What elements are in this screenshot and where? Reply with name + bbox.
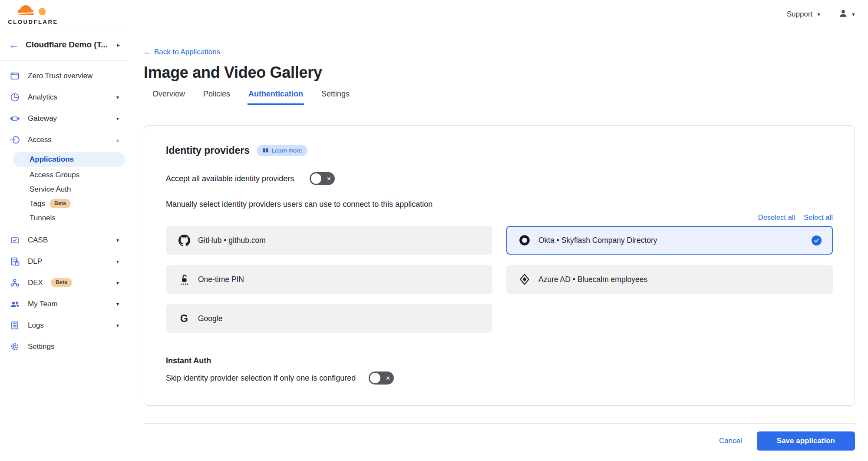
toggle-off-x-icon: ✕ <box>386 375 390 381</box>
github-icon <box>178 235 190 246</box>
sidebar-item-label: Service Auth <box>30 185 71 194</box>
access-login-icon <box>10 135 20 145</box>
tab-bar: Overview Policies Authentication Setting… <box>144 90 855 105</box>
okta-icon <box>518 235 531 246</box>
sidebar-item-label: DEX <box>28 279 43 287</box>
chevron-down-icon: ▾ <box>116 259 119 265</box>
sidebar-item-dlp[interactable]: DLP ▾ <box>0 251 127 272</box>
save-application-button[interactable]: Save application <box>757 431 855 451</box>
provider-name: Google <box>198 314 222 323</box>
provider-tile-azure-ad[interactable]: Azure AD • Bluecalm employees <box>506 265 833 294</box>
sidebar-item-access[interactable]: Access ▴ <box>0 129 127 150</box>
access-subnav: Applications Access Groups Service Auth … <box>0 150 127 229</box>
chevron-down-icon: ▾ <box>116 280 119 286</box>
tab-policies[interactable]: Policies <box>202 90 231 105</box>
sidebar-item-access-groups[interactable]: Access Groups <box>0 168 127 182</box>
provider-name: Azure AD • Bluecalm employees <box>538 275 647 284</box>
sidebar-item-service-auth[interactable]: Service Auth <box>0 182 127 196</box>
cloudflare-wordmark: CLOUDFLARE <box>8 19 58 25</box>
sidebar-item-my-team[interactable]: My Team ▾ <box>0 293 127 315</box>
cloudflare-logo[interactable]: CLOUDFLARE <box>7 4 59 25</box>
sidebar-item-label: Logs <box>28 321 44 330</box>
tab-authentication[interactable]: Authentication <box>248 90 304 105</box>
pie-chart-icon <box>10 92 20 103</box>
sidebar-item-label: DLP <box>28 257 42 266</box>
identity-providers-card: Identity providers Learn more Accept all… <box>144 125 855 406</box>
sidebar-item-label: Access Groups <box>30 171 79 179</box>
gateway-icon <box>10 113 20 124</box>
support-label: Support <box>787 10 813 19</box>
provider-tile-github[interactable]: GitHub • github.com <box>166 226 492 255</box>
instant-auth-label: Skip identity provider selection if only… <box>166 374 356 383</box>
footer-actions: Cancel Save application <box>144 424 855 451</box>
toggle-knob <box>370 373 380 383</box>
sidebar-item-label: My Team <box>28 300 58 308</box>
account-back-arrow-icon[interactable]: ← <box>9 40 19 50</box>
sidebar-item-settings[interactable]: Settings <box>0 336 127 357</box>
sidebar-item-applications[interactable]: Applications <box>13 152 125 167</box>
support-menu[interactable]: Support ▼ <box>787 10 821 19</box>
sidebar-item-logs[interactable]: Logs ▾ <box>0 315 127 336</box>
chevron-down-icon: ▼ <box>816 12 821 17</box>
azure-ad-icon <box>518 274 531 285</box>
tab-overview[interactable]: Overview <box>152 90 186 105</box>
toggle-knob <box>311 173 321 184</box>
team-people-icon <box>10 299 20 309</box>
sidebar-item-label: Access <box>28 136 52 144</box>
chevron-down-icon: ▾ <box>116 94 119 100</box>
chevron-right-icon[interactable]: ▸ <box>117 42 120 48</box>
sidebar-item-label: Settings <box>28 342 54 351</box>
sidebar-item-tags[interactable]: Tags Beta <box>0 196 127 211</box>
toggle-off-x-icon: ✕ <box>327 176 331 182</box>
deselect-all-link[interactable]: Deselect all <box>758 213 795 222</box>
chevron-down-icon: ▾ <box>116 301 119 307</box>
sidebar-item-analytics[interactable]: Analytics ▾ <box>0 86 127 108</box>
browser-window-icon <box>10 71 20 81</box>
chevron-down-icon: ▾ <box>116 322 119 328</box>
sidebar-item-label: Gateway <box>28 114 57 123</box>
sidebar-item-casb[interactable]: CASB ▾ <box>0 229 127 251</box>
sidebar-item-tunnels[interactable]: Tunnels <box>0 211 127 225</box>
sidebar: ← Cloudflare Demo (T... ▸ Zero Trust ove… <box>0 29 127 461</box>
cloudflare-cloud-icon <box>12 4 54 19</box>
user-avatar-icon <box>838 9 848 20</box>
sidebar-item-label: Tags <box>30 199 45 208</box>
provider-grid: GitHub • github.com Okta • Skyflash Comp… <box>166 226 833 333</box>
instant-auth-heading: Instant Auth <box>166 356 833 365</box>
provider-tile-google[interactable]: G Google <box>166 304 492 333</box>
accept-all-label: Accept all available identity providers <box>166 174 294 183</box>
sidebar-item-zero-trust-overview[interactable]: Zero Trust overview <box>0 65 127 86</box>
card-heading: Identity providers <box>166 145 250 156</box>
sidebar-item-label: Applications <box>30 155 74 164</box>
page-title: Image and Video Gallery <box>144 63 855 82</box>
back-arrow-icon: ← <box>144 48 151 56</box>
learn-more-label: Learn more <box>272 147 302 154</box>
gear-icon <box>10 342 20 352</box>
sidebar-item-label: Tunnels <box>30 214 56 222</box>
tab-settings[interactable]: Settings <box>320 90 350 105</box>
chevron-down-icon: ▼ <box>851 12 856 17</box>
casb-check-box-icon <box>10 235 20 245</box>
instant-auth-toggle[interactable]: ✕ <box>369 371 394 385</box>
select-all-link[interactable]: Select all <box>804 213 833 222</box>
provider-tile-one-time-pin[interactable]: One-time PIN <box>166 265 492 294</box>
sidebar-item-gateway[interactable]: Gateway ▾ <box>0 108 127 129</box>
accept-all-toggle[interactable]: ✕ <box>310 172 335 185</box>
learn-more-badge[interactable]: Learn more <box>257 145 307 156</box>
sidebar-account-header: ← Cloudflare Demo (T... ▸ <box>0 29 127 61</box>
one-time-pin-lock-icon <box>178 274 190 285</box>
provider-tile-okta[interactable]: Okta • Skyflash Company Directory <box>506 226 833 255</box>
account-name: Cloudflare Demo (T... <box>26 40 110 50</box>
sidebar-nav: Zero Trust overview Analytics ▾ Gateway <box>0 61 127 357</box>
user-menu[interactable]: ▼ <box>838 9 856 20</box>
network-nodes-icon <box>10 278 20 288</box>
cancel-button[interactable]: Cancel <box>719 437 742 445</box>
back-to-applications-link[interactable]: ← Back to Applications <box>144 48 220 56</box>
book-icon <box>262 147 269 154</box>
main-content: ← Back to Applications Image and Video G… <box>127 29 868 461</box>
logs-document-icon <box>10 320 20 331</box>
manual-select-text: Manually select identity providers users… <box>166 200 833 209</box>
sidebar-item-dex[interactable]: DEX Beta ▾ <box>0 272 127 293</box>
selected-check-icon <box>812 235 822 245</box>
provider-name: Okta • Skyflash Company Directory <box>538 236 657 245</box>
